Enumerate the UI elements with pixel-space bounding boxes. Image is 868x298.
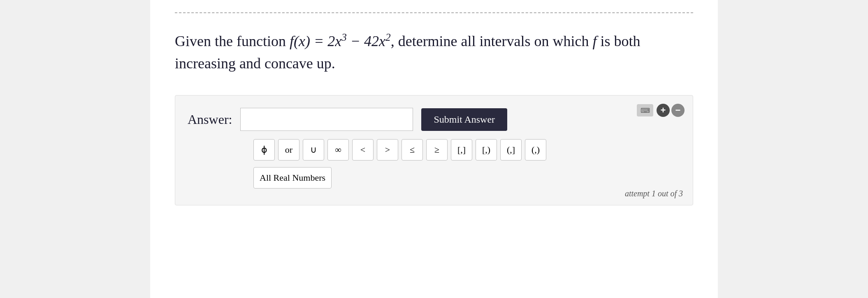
keyboard-symbol: ⌨ [641, 107, 650, 114]
zoom-in-button[interactable]: + [657, 104, 670, 117]
symbol-greater-than[interactable]: > [377, 139, 398, 161]
zoom-controls: + − [657, 104, 685, 117]
symbol-row: ϕ or ∪ ∞ < > ≤ ≥ [,] [,) (,] (,) [253, 139, 680, 161]
zoom-out-button[interactable]: − [671, 104, 685, 117]
symbol-phi[interactable]: ϕ [253, 139, 275, 161]
symbol-bracket-paren[interactable]: [,) [476, 139, 497, 161]
page-container: Given the function f(x) = 2x3 − 42x2, de… [150, 0, 718, 298]
keyboard-icon[interactable]: ⌨ [637, 104, 653, 116]
plus-icon: + [661, 105, 666, 116]
minus-icon: − [675, 105, 681, 116]
f-variable: f [593, 33, 597, 49]
answer-row: Answer: Submit Answer [188, 108, 680, 131]
answer-label: Answer: [188, 112, 232, 127]
answer-input[interactable] [240, 108, 413, 131]
question-text: Given the function f(x) = 2x3 − 42x2, de… [175, 30, 693, 74]
symbol-union[interactable]: ∪ [303, 139, 324, 161]
attempt-text: attempt 1 out of 3 [625, 189, 683, 198]
divider-line [175, 12, 693, 13]
symbol-paren-bracket[interactable]: (,] [500, 139, 522, 161]
symbol-bracket-bracket[interactable]: [,] [451, 139, 472, 161]
symbol-greater-equal[interactable]: ≥ [426, 139, 448, 161]
symbol-less-than[interactable]: < [352, 139, 374, 161]
all-real-numbers-button[interactable]: All Real Numbers [253, 167, 332, 189]
function-notation: f(x) = 2x3 − 42x2 [290, 33, 391, 49]
submit-button[interactable]: Submit Answer [421, 108, 507, 131]
symbol-less-equal[interactable]: ≤ [402, 139, 423, 161]
toolbar-icons: ⌨ + − [637, 104, 685, 117]
symbol-or[interactable]: or [278, 139, 299, 161]
symbol-infinity[interactable]: ∞ [327, 139, 349, 161]
answer-box: ⌨ + − Answer: Submit Answer ϕ or ∪ ∞ < > [175, 95, 693, 205]
symbol-paren-paren[interactable]: (,) [525, 139, 546, 161]
